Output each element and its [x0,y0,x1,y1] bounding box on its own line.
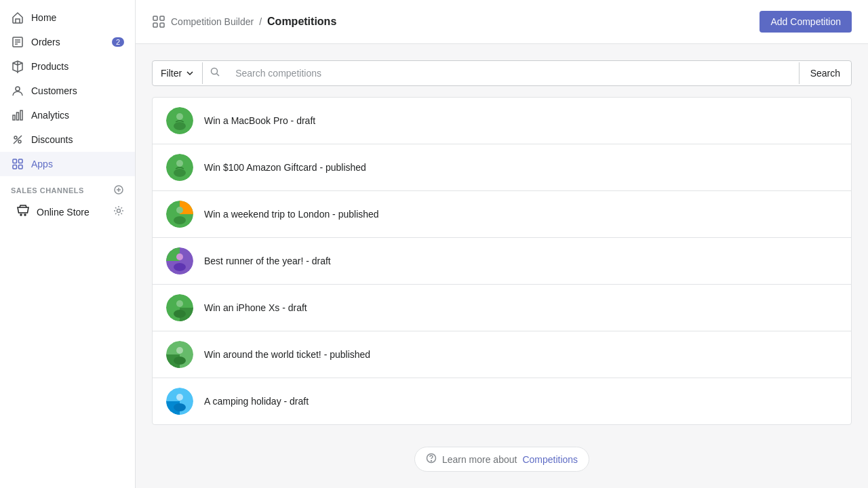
sidebar-item-analytics-label: Analytics [31,110,69,121]
sidebar-item-online-store[interactable]: Online Store [0,199,135,224]
svg-point-46 [176,394,183,401]
add-competition-button[interactable]: Add Competition [760,11,852,33]
add-sales-channel-icon[interactable] [113,184,124,197]
sidebar-item-orders-label: Orders [31,37,60,47]
competition-name: Win a MacBook Pro - draft [204,115,315,126]
competitions-list: Win a MacBook Pro - draft Win $100 Amazo… [152,97,852,425]
filter-chevron-icon [186,69,194,77]
sidebar-item-products-label: Products [31,61,68,72]
apps-icon [11,157,24,171]
online-store-label: Online Store [37,207,90,218]
competition-item[interactable]: Win $100 Amazon Giftcard - published [153,144,851,191]
svg-rect-12 [19,159,23,163]
sidebar-item-discounts-label: Discounts [31,134,73,145]
svg-rect-23 [153,23,157,27]
sidebar-item-apps[interactable]: Apps [0,152,135,176]
sidebar-item-discounts[interactable]: Discounts [0,127,135,152]
home-icon [11,11,24,24]
svg-point-47 [174,403,186,411]
sidebar-item-home[interactable]: Home [0,5,135,30]
search-icon [203,61,227,85]
search-input[interactable] [227,62,799,84]
analytics-icon [11,108,24,122]
competition-avatar [166,341,193,368]
sales-channels-section: SALES CHANNELS [0,176,135,199]
discounts-icon [11,133,24,146]
svg-rect-24 [160,23,164,27]
competition-builder-icon [152,15,165,28]
competition-avatar [166,388,193,415]
main-content: Competition Builder / Competitions Add C… [136,0,868,488]
competition-item[interactable]: Win around the world ticket! - published [153,331,851,378]
sidebar-item-products[interactable]: Products [0,54,135,79]
online-store-settings-icon[interactable] [113,205,124,218]
breadcrumb: Competition Builder / Competitions [152,15,336,28]
competition-avatar [166,107,193,134]
svg-rect-21 [153,16,157,20]
help-icon [426,453,437,466]
orders-icon [11,35,24,49]
learn-more-text: Learn more about [442,454,517,465]
svg-point-4 [16,87,20,91]
page-footer: Learn more about Competitions [136,430,868,488]
svg-rect-14 [19,165,23,169]
svg-point-35 [174,216,186,224]
svg-rect-6 [17,113,19,120]
svg-point-25 [212,68,218,75]
svg-rect-13 [13,165,17,169]
sidebar-item-apps-label: Apps [31,159,53,169]
content-area: Filter Search [136,44,868,430]
svg-point-34 [176,207,183,214]
sidebar: Home Orders 2 Products [0,0,136,488]
competition-name: Win around the world ticket! - published [204,349,370,360]
svg-point-37 [176,253,183,260]
competition-item[interactable]: Win a MacBook Pro - draft [153,98,851,144]
svg-point-29 [176,113,183,120]
sidebar-item-customers[interactable]: Customers [0,79,135,103]
svg-point-9 [18,140,21,143]
competition-item[interactable]: Best runner of the year! - draft [153,238,851,285]
competition-item[interactable]: Win a weekend trip to London - published [153,191,851,238]
svg-point-44 [174,357,186,365]
competition-avatar [166,154,193,181]
competition-item[interactable]: A camping holiday - draft [153,378,851,424]
page-header: Competition Builder / Competitions Add C… [136,0,868,44]
svg-point-41 [174,310,186,318]
sidebar-item-orders[interactable]: Orders 2 [0,30,135,54]
svg-rect-7 [20,110,22,120]
competitions-link[interactable]: Competitions [522,454,578,465]
svg-point-28 [174,122,186,130]
filter-button[interactable]: Filter [153,62,203,84]
svg-point-49 [431,461,431,462]
online-store-icon [16,204,30,220]
competition-name: Win $100 Amazon Giftcard - published [204,162,366,173]
competition-avatar [166,294,193,321]
competition-name: Best runner of the year! - draft [204,256,331,266]
filter-label: Filter [161,68,182,79]
svg-rect-11 [13,159,17,163]
competition-avatar [166,201,193,228]
competition-item[interactable]: Win an iPhone Xs - draft [153,285,851,331]
sidebar-item-home-label: Home [31,12,56,23]
svg-point-8 [14,136,17,139]
orders-badge: 2 [112,37,124,47]
svg-point-38 [174,263,186,271]
svg-point-31 [174,169,186,177]
products-icon [11,60,24,73]
learn-more-section: Learn more about Competitions [414,447,589,472]
svg-point-20 [117,209,121,213]
svg-point-43 [176,347,183,354]
filter-bar: Filter Search [152,60,852,86]
search-button[interactable]: Search [799,62,851,84]
breadcrumb-separator: / [259,16,262,27]
svg-line-26 [217,74,220,77]
svg-rect-5 [13,115,15,120]
competition-name: Win a weekend trip to London - published [204,209,379,220]
customers-icon [11,84,24,98]
app-name: Competition Builder [171,16,254,27]
sidebar-item-customers-label: Customers [31,85,77,96]
svg-point-32 [176,160,183,167]
page-title: Competitions [267,16,336,28]
sidebar-item-analytics[interactable]: Analytics [0,103,135,127]
svg-point-19 [24,214,26,216]
